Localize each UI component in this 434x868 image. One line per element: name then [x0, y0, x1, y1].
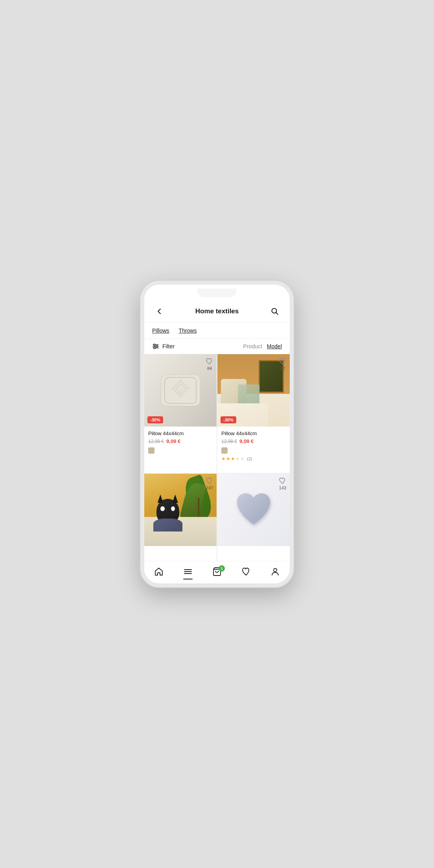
svg-point-4 [154, 344, 155, 346]
sort-product[interactable]: Product [243, 343, 262, 349]
svg-point-5 [156, 346, 158, 347]
search-button[interactable] [268, 304, 282, 318]
wishlist-count-2: 42 [280, 366, 285, 371]
star-4: ★ [235, 456, 240, 462]
product-card-2[interactable]: 42 -30% Pillow 44x44cm 12,98 € 9,09 € [217, 354, 290, 473]
product-info-4 [217, 546, 290, 555]
price-row-2: 12,98 € 9,09 € [221, 438, 286, 444]
price-original-2: 12,98 € [221, 439, 237, 444]
svg-point-15 [274, 568, 277, 572]
menu-icon [183, 567, 193, 576]
star-3: ★ [231, 456, 235, 462]
product-name-1: Pillow 44x44cm [148, 430, 213, 436]
filter-icon [152, 343, 159, 350]
notch [197, 289, 237, 297]
product-image-2: 42 -30% [217, 354, 290, 427]
tab-pillows[interactable]: Pillows [152, 327, 169, 335]
product-grid: 84 -30% Pillow 44x44cm 12,98 € 9,09 € [144, 354, 290, 561]
product-card-3[interactable]: 247 [144, 474, 217, 561]
color-swatches-2 [221, 447, 286, 454]
tab-throws[interactable]: Throws [179, 327, 197, 335]
filter-button[interactable]: Filter [152, 343, 175, 350]
color-swatch-1 [148, 447, 154, 454]
price-original-1: 12,98 € [148, 439, 164, 444]
wishlist-count-4: 143 [279, 485, 286, 490]
nav-account[interactable] [264, 565, 286, 578]
product-card-1[interactable]: 84 -30% Pillow 44x44cm 12,98 € 9,09 € [144, 354, 217, 473]
person-icon [270, 567, 280, 576]
star-row-2: ★ ★ ★ ★ ★ (2) [221, 456, 286, 462]
review-count-2: (2) [247, 456, 252, 461]
product-name-2: Pillow 44x44cm [221, 430, 286, 436]
price-sale-1: 9,09 € [166, 438, 180, 444]
svg-point-6 [154, 347, 155, 349]
cart-badge: 1 [219, 565, 225, 572]
wishlist-count-1: 84 [207, 366, 212, 371]
sort-options: Product Model [243, 343, 282, 349]
wishlist-btn-4[interactable]: 143 [279, 477, 287, 490]
header: Home textiles [144, 299, 290, 323]
color-swatches-1 [148, 447, 213, 454]
wishlist-btn-2[interactable]: 42 [279, 357, 287, 371]
nav-wishlist[interactable] [235, 565, 257, 578]
product-image-3: 247 [144, 474, 217, 546]
heart-icon [241, 567, 251, 576]
product-info-3 [144, 546, 217, 555]
screen: Home textiles Pillows Throws [144, 299, 290, 583]
home-icon [154, 567, 164, 576]
filter-bar: Filter Product Model [144, 339, 290, 354]
page-title: Home textiles [195, 307, 239, 315]
product-info-2: Pillow 44x44cm 12,98 € 9,09 € ★ ★ ★ ★ [217, 427, 290, 466]
star-5: ★ [240, 456, 245, 462]
product-info-1: Pillow 44x44cm 12,98 € 9,09 € [144, 427, 217, 458]
filter-label: Filter [162, 343, 175, 349]
star-1: ★ [221, 456, 226, 462]
price-sale-2: 9,09 € [239, 438, 254, 444]
product-card-4[interactable]: 143 [217, 474, 290, 561]
discount-badge-1: -30% [147, 416, 163, 423]
product-image-4: 143 [217, 474, 290, 546]
product-image-1: 84 -30% [144, 354, 217, 427]
star-2: ★ [226, 456, 230, 462]
phone-frame: Home textiles Pillows Throws [140, 281, 294, 587]
category-tabs: Pillows Throws [144, 323, 290, 339]
nav-home[interactable] [148, 565, 170, 578]
bottom-nav: 1 [144, 561, 290, 583]
stars-2: ★ ★ ★ ★ ★ [221, 456, 245, 462]
discount-badge-2: -30% [221, 416, 236, 423]
notch-area [144, 285, 290, 299]
nav-cart[interactable]: 1 [206, 565, 228, 578]
wishlist-btn-3[interactable]: 247 [206, 477, 213, 490]
nav-menu[interactable] [177, 565, 199, 578]
price-row-1: 12,98 € 9,09 € [148, 438, 213, 444]
color-swatch-2 [221, 447, 228, 454]
sort-model[interactable]: Model [267, 343, 282, 349]
back-button[interactable] [152, 304, 166, 318]
wishlist-count-3: 247 [206, 485, 213, 490]
wishlist-btn-1[interactable]: 84 [206, 357, 213, 371]
